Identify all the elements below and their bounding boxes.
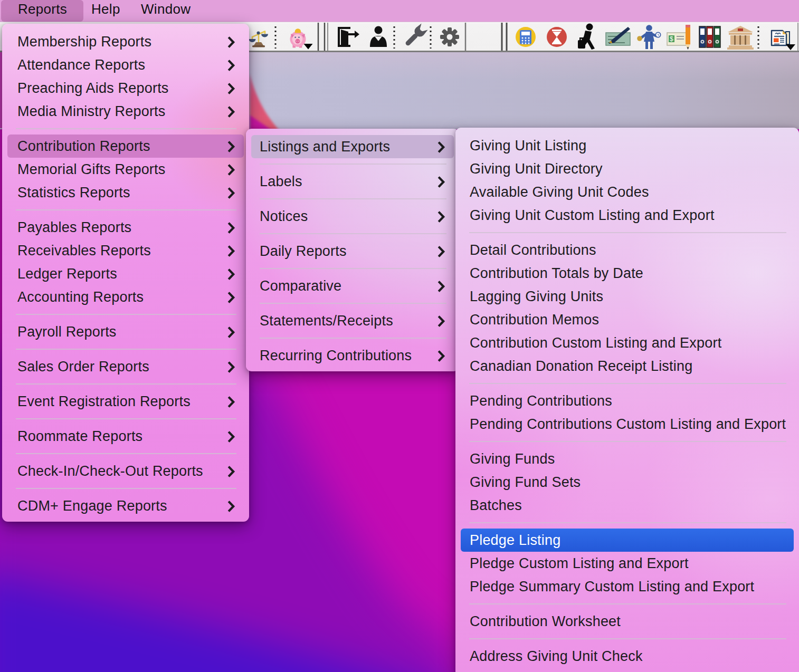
svg-text:$: $ [670,35,673,43]
